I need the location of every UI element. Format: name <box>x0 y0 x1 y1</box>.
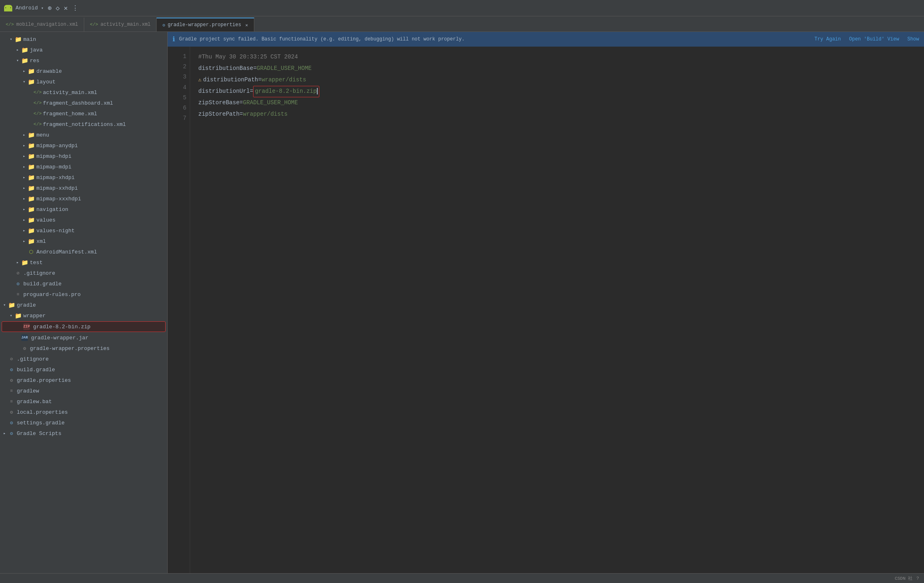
tree-item-java[interactable]: 📁 java <box>0 45 167 55</box>
tree-item-label: mipmap-xxhdpi <box>36 185 78 191</box>
tree-item-res[interactable]: 📁 res <box>0 55 167 66</box>
tab-gradle-wrapper[interactable]: ⚙ gradle-wrapper.properties ✕ <box>157 18 254 31</box>
tab-activity-main[interactable]: </> activity_main.xml <box>84 18 157 31</box>
folder-icon: 📁 <box>28 217 34 223</box>
notification-open-build-view[interactable]: Open 'Build' View <box>849 36 899 42</box>
tree-item-values-night[interactable]: 📁 values-night <box>0 225 167 236</box>
tree-item-menu[interactable]: 📁 menu <box>0 130 167 140</box>
leaf-spacer <box>21 249 27 255</box>
tree-item-settings-gradle[interactable]: ⚙ settings.gradle <box>0 417 167 428</box>
tree-item-mipmap-xhdpi[interactable]: 📁 mipmap-xhdpi <box>0 172 167 183</box>
tab-mobile-navigation[interactable]: </> mobile_navigation.xml <box>0 18 84 31</box>
tree-item-label: mipmap-xxxhdpi <box>36 196 81 202</box>
code-area[interactable]: 1 2 3 4 5 6 7 #Thu May 30 20:33:25 CST 2… <box>168 47 924 573</box>
tree-item-main[interactable]: 📁 main <box>0 34 167 45</box>
tree-item-label: .gitignore <box>17 356 49 362</box>
tree-item-navigation[interactable]: 📁 navigation <box>0 204 167 215</box>
tab-close-button[interactable]: ✕ <box>245 22 248 28</box>
tree-item-gradle-wrapper-properties[interactable]: ⚙ gradle-wrapper.properties <box>0 343 167 354</box>
tree-item-fragment-dashboard[interactable]: </> fragment_dashboard.xml <box>0 98 167 108</box>
tree-item-wrapper-folder[interactable]: 📁 wrapper <box>0 310 167 321</box>
tree-item-android-manifest[interactable]: ⬡ AndroidManifest.xml <box>0 247 167 257</box>
folder-icon: 📁 <box>28 238 34 244</box>
tree-item-gradle-properties[interactable]: ⚙ gradle.properties <box>0 375 167 386</box>
tree-item-label: build.gradle <box>23 281 62 287</box>
folder-icon: 📁 <box>28 153 34 159</box>
properties-file-icon: ⚙ <box>8 377 15 383</box>
tree-item-gitignore-app[interactable]: ⊘ .gitignore <box>0 268 167 278</box>
tree-item-gradlew[interactable]: ≡ gradlew <box>0 386 167 396</box>
leaf-spacer <box>15 335 20 341</box>
tree-item-label: res <box>30 58 39 64</box>
xml-file-icon: </> <box>34 89 41 96</box>
leaf-spacer <box>15 345 20 351</box>
tree-item-test[interactable]: 📁 test <box>0 257 167 268</box>
gitignore-icon: ⊘ <box>8 356 15 362</box>
tree-item-label: .gitignore <box>23 270 55 276</box>
gradle-file-icon: ⚙ <box>15 280 21 287</box>
folder-icon: 📁 <box>21 47 28 53</box>
tree-item-gradle-bin-zip[interactable]: ZIP gradle-8.2-bin.zip <box>2 321 166 332</box>
tree-item-label: xml <box>36 238 46 244</box>
tree-item-gradle-folder[interactable]: 📁 gradle <box>0 300 167 310</box>
tree-item-xml-folder[interactable]: 📁 xml <box>0 236 167 247</box>
code-line-3: ⚠distributionPath=wrapper/dists <box>198 74 916 86</box>
folder-icon: 📁 <box>28 227 34 234</box>
tree-item-build-gradle-root[interactable]: ⚙ build.gradle <box>0 364 167 375</box>
expand-arrow <box>2 302 7 308</box>
tree-item-layout[interactable]: 📁 layout <box>0 76 167 87</box>
gitignore-icon: ⊘ <box>15 270 21 276</box>
toolbar-icons: ⊕ ◇ ✕ ⋮ <box>48 4 78 12</box>
tree-item-gitignore-root[interactable]: ⊘ .gitignore <box>0 354 167 364</box>
tree-item-mipmap-anydpi[interactable]: 📁 mipmap-anydpi <box>0 140 167 151</box>
more-icon[interactable]: ⋮ <box>72 4 78 12</box>
tree-item-label: settings.gradle <box>17 420 65 426</box>
tree-item-fragment-notifications[interactable]: </> fragment_notifications.xml <box>0 119 167 130</box>
leaf-spacer <box>28 100 34 106</box>
tree-item-mipmap-xxhdpi[interactable]: 📁 mipmap-xxhdpi <box>0 183 167 193</box>
tree-item-label: gradle <box>17 302 36 308</box>
code-line-6: zipStorePath=wrapper/dists <box>198 109 916 120</box>
tree-item-gradle-wrapper-jar[interactable]: JAR gradle-wrapper.jar <box>0 332 167 343</box>
tree-item-mipmap-hdpi[interactable]: 📁 mipmap-hdpi <box>0 151 167 161</box>
expand-arrow <box>2 431 7 436</box>
tree-item-mipmap-mdpi[interactable]: 📁 mipmap-mdpi <box>0 161 167 172</box>
tree-item-drawable[interactable]: 📁 drawable <box>0 66 167 76</box>
stop-icon[interactable]: ✕ <box>64 4 68 12</box>
tree-item-fragment-home[interactable]: </> fragment_home.xml <box>0 108 167 119</box>
expand-arrow <box>21 217 27 223</box>
tree-item-proguard-rules[interactable]: ≡ proguard-rules.pro <box>0 289 167 300</box>
folder-icon: 📁 <box>21 259 28 266</box>
expand-arrow <box>21 238 27 244</box>
tree-item-label: mipmap-mdpi <box>36 164 72 170</box>
tree-item-activity-main-xml[interactable]: </> activity_main.xml <box>0 87 167 98</box>
text-file-icon: ≡ <box>8 388 15 394</box>
code-value: GRADLE_USER_HOME <box>243 98 298 108</box>
project-selector[interactable]: Android ▾ <box>4 5 44 11</box>
notification-show[interactable]: Show <box>907 36 919 42</box>
tree-item-gradle-scripts[interactable]: ⚙ Gradle Scripts <box>0 428 167 439</box>
project-tree: 📁 main 📁 java 📁 res 📁 drawable 📁 layout <box>0 32 168 573</box>
xml-file-icon: </> <box>34 121 41 128</box>
code-eq: = <box>253 63 256 74</box>
tree-item-mipmap-xxxhdpi[interactable]: 📁 mipmap-xxxhdpi <box>0 193 167 204</box>
add-icon[interactable]: ⊕ <box>48 4 52 12</box>
code-editor[interactable]: #Thu May 30 20:33:25 CST 2024 distributi… <box>190 47 924 573</box>
tree-item-build-gradle-app[interactable]: ⚙ build.gradle <box>0 278 167 289</box>
tree-item-local-properties[interactable]: ⚙ local.properties <box>0 407 167 417</box>
sync-icon[interactable]: ◇ <box>56 4 60 12</box>
code-line-7 <box>198 120 916 132</box>
notification-bar: ℹ Gradle project sync failed. Basic func… <box>168 32 924 47</box>
expand-arrow <box>21 68 27 74</box>
tree-item-label: AndroidManifest.xml <box>36 249 97 255</box>
leaf-spacer <box>2 420 7 426</box>
leaf-spacer <box>2 377 7 383</box>
project-chevron: ▾ <box>41 6 44 11</box>
tree-item-values[interactable]: 📁 values <box>0 215 167 225</box>
tree-item-gradlew-bat[interactable]: ≡ gradlew.bat <box>0 396 167 407</box>
tree-item-label: gradle-wrapper.jar <box>31 335 88 341</box>
notification-try-again[interactable]: Try Again <box>814 36 841 42</box>
tree-item-label: test <box>30 260 43 266</box>
leaf-spacer <box>2 399 7 404</box>
tree-item-label: java <box>30 47 43 53</box>
